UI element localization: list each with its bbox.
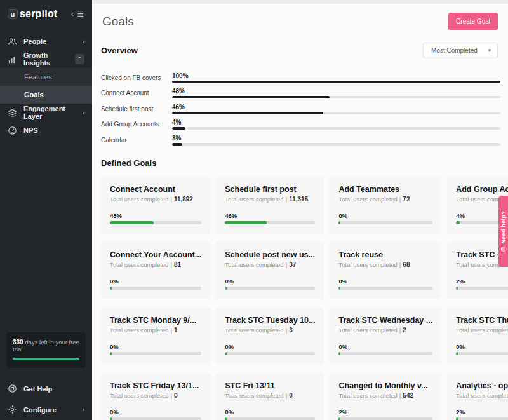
chart-bar-track bbox=[172, 127, 500, 130]
chart-bar: 46% bbox=[172, 104, 500, 114]
sort-dropdown[interactable]: Most Completed ▼ bbox=[423, 43, 498, 58]
sidebar-item-engagement-layer[interactable]: Engagement Layer › bbox=[0, 104, 92, 121]
chart-bar-value: 100% bbox=[172, 72, 500, 79]
bar-chart-icon bbox=[8, 55, 17, 64]
goal-card[interactable]: Changed to Monthly v...Total users compl… bbox=[330, 373, 441, 420]
goal-card-progress-fill bbox=[338, 221, 340, 224]
goal-card[interactable]: Track STC Tuesday 10...Total users compl… bbox=[216, 308, 324, 365]
need-help-label: Need help? bbox=[500, 211, 507, 252]
goal-card-completed-count: 11,892 bbox=[174, 196, 193, 203]
sidebar-subitem-features[interactable]: Features bbox=[0, 68, 92, 86]
goal-card[interactable]: Track reuseTotal users completed|680% bbox=[330, 242, 441, 299]
goal-card[interactable]: Track STC Wednesday ...Total users compl… bbox=[330, 308, 441, 365]
goal-card-subtitle: Total users completed|37 bbox=[225, 261, 315, 268]
goal-card-subtitle-separator: | bbox=[399, 261, 401, 268]
goal-card[interactable]: Track STC Thursday 1...Total users compl… bbox=[447, 308, 508, 365]
goal-card-title: Track reuse bbox=[338, 250, 432, 259]
goal-card[interactable]: Connect AccountTotal users completed|11,… bbox=[101, 177, 210, 234]
sidebar-collapse-icon[interactable]: ‹ ☰ bbox=[71, 10, 84, 18]
goal-card-subtitle-separator: | bbox=[399, 327, 401, 334]
goal-card-title: Changed to Monthly v... bbox=[338, 381, 432, 390]
chart-bar-track bbox=[172, 112, 500, 114]
chart-bar: 100% bbox=[172, 72, 500, 83]
goal-card-percent: 0% bbox=[225, 409, 315, 416]
chevron-right-icon: › bbox=[83, 38, 84, 45]
chart-row-label: Add Group Accounts bbox=[101, 121, 172, 130]
goal-card-subtitle-separator: | bbox=[286, 392, 287, 399]
sidebar-item-growth-insights[interactable]: Growth Insights ⌃ bbox=[0, 50, 92, 68]
goal-card[interactable]: Schedule post new us...Total users compl… bbox=[216, 242, 324, 299]
sidebar-item-get-help[interactable]: Get Help bbox=[0, 378, 92, 399]
goal-card-progress-track bbox=[338, 352, 432, 355]
goal-card[interactable]: Schedule first postTotal users completed… bbox=[216, 177, 324, 234]
sidebar: userpilot ‹ ☰ People › Growth Insights ⌃… bbox=[0, 0, 92, 420]
chart-row: Schedule first post 46% bbox=[101, 98, 500, 114]
sidebar-item-people[interactable]: People › bbox=[0, 32, 92, 50]
goal-card[interactable]: Add TeammatesTotal users completed|720% bbox=[330, 177, 441, 234]
goal-card-percent: 2% bbox=[338, 409, 432, 416]
goal-card-progress-track bbox=[110, 287, 201, 290]
goal-card-progress-fill bbox=[338, 352, 340, 355]
goal-card-progress-fill bbox=[225, 287, 227, 290]
goal-card-title: Track STC Wednesday ... bbox=[338, 316, 432, 325]
goal-card-progress-fill bbox=[456, 287, 458, 290]
goal-card[interactable]: Connect Your Account...Total users compl… bbox=[101, 242, 210, 299]
chevron-up-icon[interactable]: ⌃ bbox=[75, 54, 84, 64]
goal-card-percent: 0% bbox=[338, 212, 432, 219]
goal-card[interactable]: STC Fri 13/11Total users completed|00% bbox=[216, 373, 324, 420]
goal-card-progress-fill bbox=[456, 417, 458, 420]
goal-card-subtitle-separator: | bbox=[286, 327, 287, 334]
goal-card[interactable]: Track STC Monday 9/...Total users comple… bbox=[101, 308, 210, 365]
goal-card-progress-fill bbox=[110, 352, 112, 355]
chart-row-label: Schedule first post bbox=[101, 105, 172, 114]
chart-bar-fill bbox=[172, 143, 182, 146]
sidebar-item-configure[interactable]: Configure › bbox=[0, 399, 92, 420]
goal-card-percent: 0% bbox=[456, 343, 508, 350]
chart-bar-fill bbox=[172, 81, 500, 83]
chevron-right-icon: › bbox=[83, 109, 84, 116]
goal-card-title: Add Teammates bbox=[338, 185, 432, 194]
goal-card-subtitle: Total users completed|0 bbox=[110, 392, 201, 399]
chart-row: Calendar 3% bbox=[101, 130, 500, 146]
chart-row-label: Calendar bbox=[101, 137, 172, 146]
goal-card-progress-fill bbox=[338, 287, 340, 290]
logo-row: userpilot ‹ ☰ bbox=[0, 0, 92, 29]
chart-bar-fill bbox=[172, 96, 330, 98]
goal-card-subtitle-separator: | bbox=[170, 196, 171, 203]
goal-card[interactable]: Analytics - openedTotal users completed|… bbox=[447, 373, 508, 420]
chart-bar-value: 46% bbox=[172, 104, 500, 111]
sidebar-item-nps[interactable]: NPS bbox=[0, 121, 92, 139]
goal-card[interactable]: Track STC Friday 13/1...Total users comp… bbox=[101, 373, 210, 420]
goal-card-subtitle-separator: | bbox=[170, 327, 171, 334]
chart-bar-value: 4% bbox=[172, 119, 500, 126]
need-help-tab[interactable]: Need help? bbox=[498, 196, 508, 267]
chart-row-label: Clicked on FB covers bbox=[101, 74, 172, 83]
goal-card-progress-track bbox=[225, 221, 315, 224]
defined-goals-header: Defined Goals bbox=[92, 149, 508, 170]
overview-title: Overview bbox=[101, 46, 138, 55]
sidebar-item-label: NPS bbox=[23, 126, 38, 134]
goal-card-subtitle-prefix: Total users completed bbox=[110, 196, 168, 203]
goal-card-completed-count: 2 bbox=[403, 327, 406, 334]
goal-card-progress-fill bbox=[225, 352, 227, 355]
goal-card-subtitle-prefix: Total users completed bbox=[225, 327, 283, 334]
sidebar-subitem-goals[interactable]: Goals bbox=[0, 86, 92, 104]
goal-card-completed-count: 81 bbox=[174, 261, 181, 268]
goal-card-percent: 0% bbox=[110, 409, 201, 416]
goal-card-subtitle-prefix: Total users completed bbox=[338, 261, 397, 268]
goal-card-subtitle-prefix: Total users completed bbox=[110, 327, 168, 334]
goal-card-progress-fill bbox=[456, 352, 458, 355]
goal-card-percent: 0% bbox=[225, 343, 315, 350]
goal-card-subtitle-prefix: Total users completed bbox=[456, 392, 508, 399]
goal-card-progress-fill bbox=[110, 287, 112, 290]
goal-card-subtitle: Total users completed|536 bbox=[456, 392, 508, 399]
gear-icon bbox=[8, 405, 17, 414]
goal-card-progress-track bbox=[338, 221, 432, 224]
create-goal-button[interactable]: Create Goal bbox=[448, 13, 498, 30]
logo-text: serpilot bbox=[20, 8, 57, 20]
goal-card-title: Schedule post new us... bbox=[225, 250, 315, 259]
goal-card-subtitle-separator: | bbox=[399, 196, 401, 203]
goal-card-progress-track bbox=[110, 417, 201, 420]
goal-card-percent: 2% bbox=[456, 409, 508, 416]
defined-goals-title: Defined Goals bbox=[101, 158, 156, 168]
